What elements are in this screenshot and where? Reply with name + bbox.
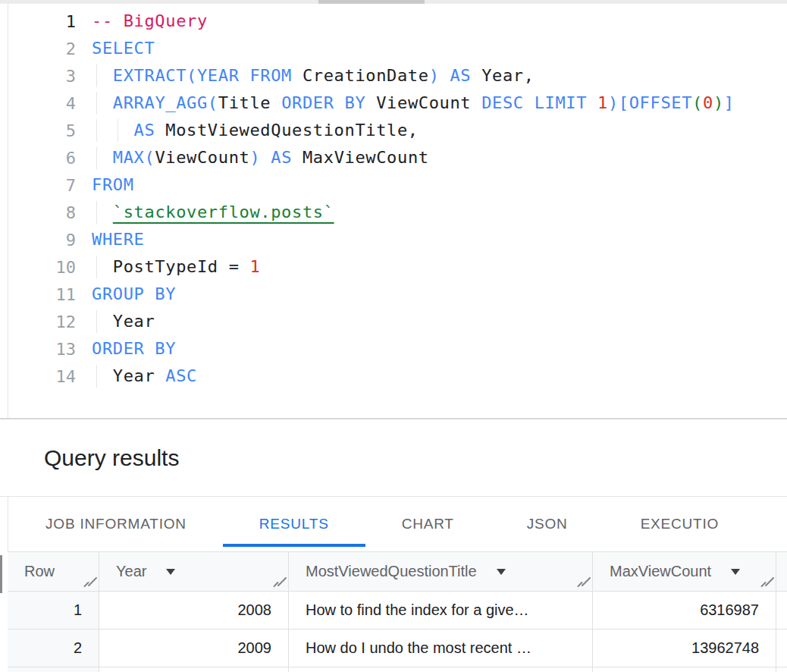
column-header-row[interactable]: Row	[8, 552, 99, 592]
code-text: MAX(ViewCount) AS MaxViewCount	[92, 144, 787, 171]
column-header-label: MostViewedQuestionTitle	[306, 563, 477, 580]
code-text: WHERE	[92, 226, 787, 253]
code-text: EXTRACT(YEAR FROM CreationDate) AS Year,	[92, 62, 787, 89]
column-resize-grip[interactable]	[576, 576, 588, 588]
cell	[776, 667, 787, 672]
code-token	[587, 93, 597, 112]
code-token: ARRAY_AGG(	[113, 93, 218, 112]
tab-label: RESULTS	[259, 516, 329, 532]
code-token	[92, 66, 113, 85]
indent-guide-line	[96, 365, 97, 388]
line-number: 3	[8, 67, 76, 86]
cell-spacer	[776, 630, 787, 667]
tab-chart[interactable]: CHART	[365, 497, 491, 551]
tab-label: JOB INFORMATION	[45, 516, 187, 532]
code-token: 1	[597, 93, 608, 112]
code-text: ORDER BY	[92, 335, 787, 363]
column-resize-grip[interactable]	[272, 576, 284, 588]
tab-label: JSON	[527, 516, 568, 532]
column-header-max-view-count[interactable]: MaxViewCount	[593, 552, 776, 592]
tab-results[interactable]: RESULTS	[223, 497, 365, 551]
code-token: WHERE	[92, 230, 144, 249]
line-number: 6	[8, 149, 76, 168]
code-token: ASC	[165, 366, 197, 385]
line-number: 11	[8, 285, 76, 304]
table-row-partial	[8, 667, 787, 672]
code-line: 11GROUP BY	[0, 281, 787, 308]
code-text: -- BigQuery	[92, 8, 787, 35]
code-token: AS	[134, 121, 155, 140]
results-vertical-scrollbar-thumb[interactable]	[0, 555, 2, 593]
line-number: 5	[8, 121, 76, 140]
cell-row-number	[8, 667, 99, 672]
code-token: Year	[92, 312, 155, 331]
code-token: Year	[92, 366, 165, 385]
indent-guide-line	[118, 119, 118, 142]
code-token: )	[713, 93, 724, 112]
code-line: 7FROM	[0, 171, 787, 199]
query-results-header: Query results	[0, 419, 787, 496]
code-token: FROM	[92, 175, 134, 194]
column-menu-arrow-icon[interactable]	[497, 569, 506, 575]
line-number: 13	[8, 340, 76, 359]
code-token: EXTRACT(YEAR FROM	[113, 66, 292, 85]
column-header-spacer	[776, 552, 787, 592]
code-token: ViewCount	[155, 148, 249, 167]
cell-max-view-count: 6316987	[593, 592, 776, 630]
code-line: 3 EXTRACT(YEAR FROM CreationDate) AS Yea…	[0, 62, 787, 89]
code-line: 13ORDER BY	[0, 335, 787, 363]
code-text: Year ASC	[92, 363, 787, 390]
table-row: 12008How to find the index for a give…63…	[8, 592, 787, 630]
code-token	[440, 66, 450, 85]
code-token: Year,	[471, 66, 534, 85]
column-menu-arrow-icon[interactable]	[731, 569, 740, 575]
column-header-year[interactable]: Year	[99, 552, 289, 592]
code-token: )[OFFSET	[608, 93, 692, 112]
code-token: -- BigQuery	[92, 11, 208, 30]
code-text: AS MostViewedQuestionTitle,	[92, 117, 787, 144]
tab-job-information[interactable]: JOB INFORMATION	[9, 497, 223, 551]
line-number: 2	[8, 39, 76, 58]
cell-spacer	[776, 592, 787, 630]
code-text: SELECT	[92, 35, 787, 62]
code-token: MostViewedQuestionTitle,	[155, 121, 418, 140]
column-resize-grip[interactable]	[760, 576, 772, 588]
code-token: ]	[724, 93, 735, 112]
indent-guide-line	[96, 92, 97, 115]
indent-guide-line	[96, 201, 97, 224]
code-line: 5 AS MostViewedQuestionTitle,	[0, 117, 787, 144]
code-token: AS	[271, 148, 292, 167]
query-results-title: Query results	[44, 445, 179, 471]
cell-most-viewed-question-title: How do I undo the most recent …	[289, 630, 593, 667]
code-line: 8 `stackoverflow.posts`	[0, 199, 787, 226]
results-tab-bar: JOB INFORMATIONRESULTSCHARTJSONEXECUTIO	[9, 497, 755, 551]
tab-json[interactable]: JSON	[491, 497, 604, 551]
column-header-most-viewed-question-title[interactable]: MostViewedQuestionTitle	[289, 552, 593, 592]
code-token: SELECT	[92, 39, 155, 58]
code-line: 14 Year ASC	[0, 363, 787, 390]
code-token: DESC LIMIT	[481, 93, 587, 112]
tab-execution-details[interactable]: EXECUTIO	[604, 497, 756, 551]
code-token: (	[692, 93, 703, 112]
tab-label: EXECUTIO	[641, 516, 720, 532]
line-number: 9	[8, 231, 76, 250]
code-line: 2SELECT	[0, 35, 787, 62]
indent-guide-line	[96, 256, 97, 278]
code-text: PostTypeId = 1	[92, 253, 787, 281]
table-header-row: RowYearMostViewedQuestionTitleMaxViewCou…	[8, 552, 787, 592]
sql-code-editor[interactable]: 1-- BigQuery2SELECT3 EXTRACT(YEAR FROM C…	[0, 4, 787, 418]
code-token: 0	[703, 93, 713, 112]
code-line: 10 PostTypeId = 1	[0, 253, 787, 281]
active-tab-underline	[223, 544, 365, 547]
cell	[99, 667, 289, 672]
indent-guide-line	[96, 146, 97, 169]
line-number: 10	[8, 258, 76, 277]
column-menu-arrow-icon[interactable]	[166, 569, 175, 575]
code-line: 12 Year	[0, 308, 787, 335]
code-token: )	[429, 66, 440, 85]
column-resize-grip[interactable]	[83, 576, 95, 588]
column-header-label: MaxViewCount	[610, 563, 711, 580]
code-token: CreationDate	[292, 66, 429, 85]
table-reference-link[interactable]: `stackoverflow.posts`	[113, 203, 334, 221]
results-table: RowYearMostViewedQuestionTitleMaxViewCou…	[8, 551, 787, 672]
